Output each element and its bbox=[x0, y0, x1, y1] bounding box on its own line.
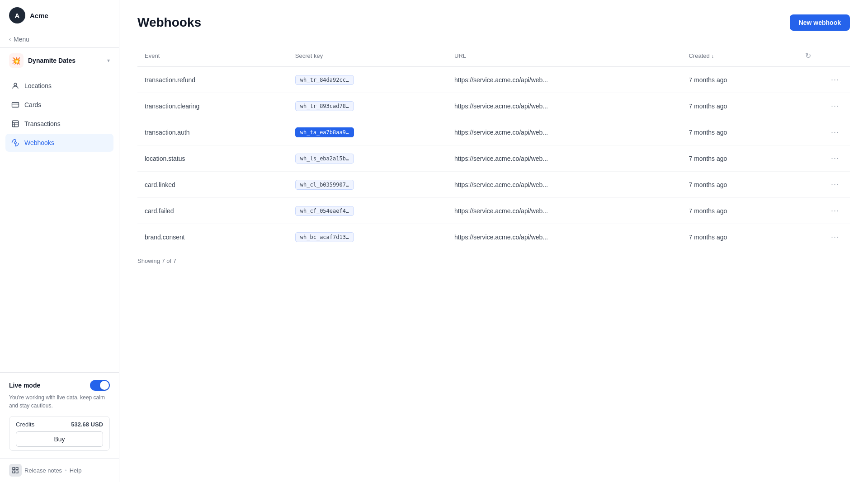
secret-key-badge[interactable]: wh_cf_054eaef4… bbox=[295, 206, 354, 216]
row-refresh-cell bbox=[796, 93, 820, 119]
sidebar-item-label: Webhooks bbox=[24, 139, 54, 146]
svg-rect-9 bbox=[16, 468, 18, 470]
created-cell: 7 months ago bbox=[681, 198, 796, 224]
event-cell: transaction.auth bbox=[137, 119, 288, 145]
table-body: transaction.refundwh_tr_84da92cc…https:/… bbox=[137, 67, 850, 250]
created-cell: 7 months ago bbox=[681, 93, 796, 119]
org-selector[interactable]: 💥 Dynamite Dates ▾ bbox=[0, 48, 119, 73]
secret-key-badge[interactable]: wh_tr_84da92cc… bbox=[295, 75, 354, 85]
more-options-button[interactable]: ··· bbox=[827, 230, 843, 243]
sidebar-item-locations[interactable]: Locations bbox=[5, 77, 113, 95]
url-cell: https://service.acme.co/api/web... bbox=[447, 93, 681, 119]
row-actions-cell: ··· bbox=[820, 119, 850, 145]
created-cell: 7 months ago bbox=[681, 224, 796, 250]
svg-rect-10 bbox=[13, 471, 15, 473]
main-content: Webhooks New webhook Event Secret key UR… bbox=[119, 0, 868, 482]
row-actions-cell: ··· bbox=[820, 93, 850, 119]
url-cell: https://service.acme.co/api/web... bbox=[447, 198, 681, 224]
url-cell: https://service.acme.co/api/web... bbox=[447, 67, 681, 93]
new-webhook-button[interactable]: New webhook bbox=[790, 14, 850, 31]
sidebar-item-label: Transactions bbox=[24, 120, 61, 127]
secret-key-badge[interactable]: wh_cl_b0359907… bbox=[295, 180, 354, 190]
sort-arrow-icon: ↓ bbox=[712, 53, 714, 59]
credits-label: Credits bbox=[16, 421, 34, 428]
more-options-button[interactable]: ··· bbox=[827, 73, 843, 86]
secret-key-badge[interactable]: wh_bc_acaf7d13… bbox=[295, 232, 354, 242]
menu-toggle[interactable]: ‹ Menu bbox=[0, 31, 119, 48]
col-header-url: URL bbox=[447, 45, 681, 67]
created-cell: 7 months ago bbox=[681, 172, 796, 198]
avatar: A bbox=[9, 7, 25, 23]
showing-count: Showing 7 of 7 bbox=[137, 257, 850, 264]
sidebar: A Acme ‹ Menu 💥 Dynamite Dates ▾ Locatio… bbox=[0, 0, 119, 482]
release-notes-link[interactable]: Release notes bbox=[24, 467, 62, 474]
secret-key-cell: wh_tr_893cad78… bbox=[288, 93, 447, 119]
more-options-button[interactable]: ··· bbox=[827, 152, 843, 165]
row-refresh-cell bbox=[796, 67, 820, 93]
org-name: Dynamite Dates bbox=[28, 57, 103, 64]
webhook-icon bbox=[11, 138, 20, 147]
event-cell: transaction.refund bbox=[137, 67, 288, 93]
svg-point-0 bbox=[14, 83, 17, 86]
live-mode-label: Live mode bbox=[9, 382, 40, 389]
live-mode-row: Live mode bbox=[9, 380, 110, 391]
more-options-button[interactable]: ··· bbox=[827, 204, 843, 217]
col-header-created[interactable]: Created ↓ bbox=[681, 45, 796, 67]
svg-point-7 bbox=[14, 142, 17, 144]
more-options-button[interactable]: ··· bbox=[827, 178, 843, 191]
table-row: brand.consentwh_bc_acaf7d13…https://serv… bbox=[137, 224, 850, 250]
chevron-down-icon: ▾ bbox=[107, 57, 110, 64]
credit-card-icon bbox=[11, 100, 20, 109]
row-actions-cell: ··· bbox=[820, 172, 850, 198]
secret-key-badge[interactable]: wh_ls_eba2a15b… bbox=[295, 154, 354, 164]
col-header-secret-key: Secret key bbox=[288, 45, 447, 67]
live-mode-description: You're working with live data, keep calm… bbox=[9, 393, 110, 410]
col-header-actions bbox=[820, 45, 850, 67]
more-options-button[interactable]: ··· bbox=[827, 126, 843, 139]
refresh-button[interactable]: ↻ bbox=[803, 50, 813, 62]
footer-separator: • bbox=[65, 467, 67, 474]
url-cell: https://service.acme.co/api/web... bbox=[447, 119, 681, 145]
sidebar-item-webhooks[interactable]: Webhooks bbox=[5, 134, 113, 152]
secret-key-badge[interactable]: wh_tr_893cad78… bbox=[295, 101, 354, 111]
table-header-row: Event Secret key URL Created ↓ ↻ bbox=[137, 45, 850, 67]
event-cell: brand.consent bbox=[137, 224, 288, 250]
help-link[interactable]: Help bbox=[70, 467, 82, 474]
secret-key-cell: wh_bc_acaf7d13… bbox=[288, 224, 447, 250]
table-row: transaction.clearingwh_tr_893cad78…https… bbox=[137, 93, 850, 119]
company-name: Acme bbox=[30, 12, 48, 19]
row-refresh-cell bbox=[796, 145, 820, 172]
created-cell: 7 months ago bbox=[681, 67, 796, 93]
url-cell: https://service.acme.co/api/web... bbox=[447, 172, 681, 198]
credits-header: Credits 532.68 USD bbox=[16, 421, 103, 428]
row-actions-cell: ··· bbox=[820, 224, 850, 250]
row-refresh-cell bbox=[796, 172, 820, 198]
live-mode-toggle[interactable] bbox=[90, 380, 110, 391]
menu-label: Menu bbox=[14, 36, 29, 43]
secret-key-cell: wh_cf_054eaef4… bbox=[288, 198, 447, 224]
nav-section: Locations Cards Transactions Webhooks bbox=[0, 73, 119, 372]
table-row: card.failedwh_cf_054eaef4…https://servic… bbox=[137, 198, 850, 224]
table-row: transaction.authwh_ta_ea7b8aa9…https://s… bbox=[137, 119, 850, 145]
event-cell: card.failed bbox=[137, 198, 288, 224]
url-cell: https://service.acme.co/api/web... bbox=[447, 224, 681, 250]
table-icon bbox=[11, 119, 20, 128]
org-icon: 💥 bbox=[9, 53, 24, 68]
sidebar-item-transactions[interactable]: Transactions bbox=[5, 115, 113, 133]
menu-arrow-icon: ‹ bbox=[9, 36, 11, 42]
more-options-button[interactable]: ··· bbox=[827, 99, 843, 112]
sidebar-item-label: Cards bbox=[24, 101, 41, 108]
sidebar-item-label: Locations bbox=[24, 82, 52, 89]
event-cell: transaction.clearing bbox=[137, 93, 288, 119]
sidebar-header: A Acme bbox=[0, 0, 119, 31]
secret-key-cell: wh_tr_84da92cc… bbox=[288, 67, 447, 93]
sidebar-item-cards[interactable]: Cards bbox=[5, 96, 113, 114]
col-header-refresh: ↻ bbox=[796, 45, 820, 67]
svg-rect-3 bbox=[12, 121, 19, 127]
row-actions-cell: ··· bbox=[820, 145, 850, 172]
buy-button[interactable]: Buy bbox=[16, 431, 103, 447]
webhooks-table-container: Event Secret key URL Created ↓ ↻ transac… bbox=[137, 45, 850, 264]
secret-key-badge[interactable]: wh_ta_ea7b8aa9… bbox=[295, 127, 354, 137]
page-header: Webhooks New webhook bbox=[137, 14, 850, 31]
svg-rect-11 bbox=[16, 471, 18, 473]
